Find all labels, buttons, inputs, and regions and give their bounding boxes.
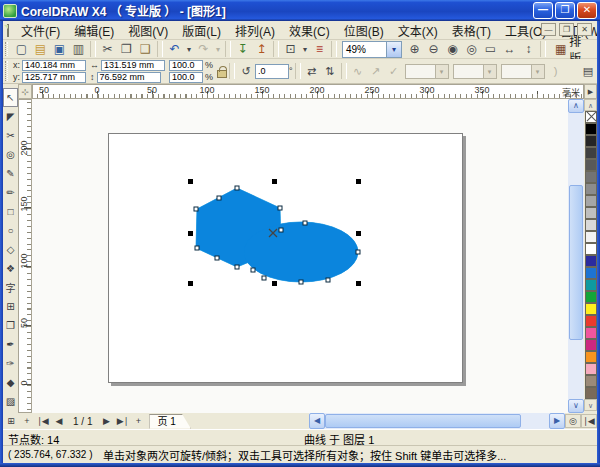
80-black[interactable] bbox=[585, 147, 597, 159]
bright-blue[interactable] bbox=[585, 267, 597, 279]
green[interactable] bbox=[585, 291, 597, 303]
scale-y-field[interactable]: 100.0 bbox=[169, 72, 203, 83]
horizontal-scrollbar-thumb[interactable] bbox=[325, 414, 521, 428]
curve-paren-icon[interactable]: ) bbox=[547, 62, 565, 80]
add-page-button-2[interactable]: + bbox=[130, 414, 146, 428]
palette-scroll-down-icon[interactable]: ∨ bbox=[584, 399, 597, 411]
menu-item[interactable]: 表格(T) bbox=[445, 20, 498, 41]
red[interactable] bbox=[585, 315, 597, 327]
navigator-icon[interactable]: ◎ bbox=[565, 414, 581, 428]
interactive-fill-tool-icon[interactable]: ▨ bbox=[3, 392, 18, 411]
scroll-left-arrow[interactable]: ◀ bbox=[309, 413, 325, 429]
maximize-button[interactable]: ❐ bbox=[555, 2, 575, 19]
60-black[interactable] bbox=[585, 171, 597, 183]
orange[interactable] bbox=[585, 351, 597, 363]
menu-item[interactable]: 视图(V) bbox=[121, 20, 175, 41]
paste-icon[interactable]: ❑ bbox=[136, 41, 155, 58]
zoom-tool-icon[interactable]: ◎ bbox=[3, 145, 18, 164]
eyedropper-tool-icon[interactable]: ✒ bbox=[3, 335, 18, 354]
pick-tool-icon[interactable]: ↖ bbox=[3, 88, 18, 107]
save-icon[interactable]: ▣ bbox=[50, 41, 69, 58]
zoom-to-selection-icon[interactable]: ◉ bbox=[443, 41, 462, 58]
page-tab[interactable]: 页 1 bbox=[149, 414, 190, 429]
toolbar-separator[interactable] bbox=[225, 41, 231, 57]
convert-to-curves-icon[interactable]: ↗ bbox=[367, 62, 385, 80]
mirror-vertical-button[interactable]: ⇅ bbox=[321, 62, 339, 80]
y-position-field[interactable]: 125.717 mm bbox=[22, 72, 86, 83]
horizontal-ruler[interactable]: 毫米 50050100150200250300350 bbox=[32, 84, 584, 99]
blend-tool-icon[interactable]: ❐ bbox=[3, 316, 18, 335]
outline-tool-icon[interactable]: ✑ bbox=[3, 354, 18, 373]
x-position-field[interactable]: 140.184 mm bbox=[22, 60, 86, 71]
zoom-in-icon[interactable]: ⊕ bbox=[405, 41, 424, 58]
ruler-scroll-button[interactable]: ▶ bbox=[584, 84, 597, 99]
export-icon[interactable]: ↥ bbox=[252, 41, 271, 58]
menu-item[interactable]: 编辑(E) bbox=[67, 20, 121, 41]
toolbar-separator[interactable] bbox=[331, 41, 337, 57]
import-icon[interactable]: ↧ bbox=[233, 41, 252, 58]
outline-style-combo[interactable]: ▾ bbox=[405, 64, 449, 79]
object-width-field[interactable]: 131.519 mm bbox=[101, 60, 165, 71]
vertical-ruler[interactable]: 200150100500 bbox=[18, 99, 32, 413]
40-black[interactable] bbox=[585, 195, 597, 207]
application-launcher-icon[interactable]: ⊡ bbox=[281, 41, 300, 58]
doc-restore-button[interactable]: ❐ bbox=[559, 23, 574, 36]
zoom-out-icon[interactable]: ⊖ bbox=[424, 41, 443, 58]
doc-close-button[interactable]: ✕ bbox=[577, 23, 592, 36]
rotation-angle-field[interactable]: .0 bbox=[255, 64, 289, 79]
toolbar-separator[interactable] bbox=[273, 41, 279, 57]
menu-item[interactable]: 版面(L) bbox=[175, 20, 228, 41]
toolbar-grip[interactable] bbox=[5, 42, 8, 56]
fill-tool-icon[interactable]: ◆ bbox=[3, 373, 18, 392]
combo-dropdown-arrow[interactable]: ▾ bbox=[386, 42, 401, 57]
blue[interactable] bbox=[585, 255, 597, 267]
zoom-level-combo[interactable]: 49% ▾ bbox=[342, 41, 402, 58]
welcome-screen-icon[interactable]: ≡ bbox=[310, 41, 329, 58]
magenta[interactable] bbox=[585, 339, 597, 351]
welded-shape[interactable] bbox=[196, 188, 358, 282]
navigator-grid-icon[interactable]: ⊞ bbox=[3, 414, 19, 428]
yellow[interactable] bbox=[585, 303, 597, 315]
page-sorter-icon[interactable]: ∣◀ bbox=[581, 414, 597, 428]
zoom-to-width-icon[interactable]: ↔ bbox=[500, 41, 519, 58]
menu-item[interactable]: 文本(X) bbox=[391, 20, 445, 41]
redo-icon[interactable]: ↷ bbox=[194, 41, 213, 58]
basic-shapes-tool-icon[interactable]: ❖ bbox=[3, 259, 18, 278]
next-page-button[interactable]: ▶ bbox=[98, 414, 114, 428]
copy-icon[interactable]: ❐ bbox=[117, 41, 136, 58]
new-document-icon[interactable]: ▢ bbox=[12, 41, 31, 58]
scroll-down-arrow[interactable]: ∨ bbox=[568, 399, 584, 413]
white[interactable] bbox=[585, 243, 597, 255]
doc-minimize-button[interactable]: — bbox=[541, 23, 556, 36]
light-pink[interactable] bbox=[585, 363, 597, 375]
end-arrowhead-combo[interactable]: ▾ bbox=[501, 64, 545, 79]
scroll-right-arrow[interactable]: ▶ bbox=[549, 413, 565, 429]
horizontal-scrollbar[interactable]: ◀ ▶ bbox=[309, 413, 565, 429]
drawing-canvas[interactable] bbox=[32, 99, 568, 413]
mirror-horizontal-button[interactable]: ⇄ bbox=[303, 62, 321, 80]
add-page-button[interactable]: + bbox=[19, 414, 35, 428]
zoom-to-height-icon[interactable]: ↕ bbox=[519, 41, 538, 58]
no-color-swatch[interactable] bbox=[585, 111, 597, 123]
first-page-button[interactable]: ∣◀ bbox=[35, 414, 51, 428]
menu-item[interactable]: 位图(B) bbox=[337, 20, 391, 41]
ellipse-tool-icon[interactable]: ○ bbox=[3, 221, 18, 240]
freehand-tool-icon[interactable]: ✎ bbox=[3, 164, 18, 183]
90-black[interactable] bbox=[585, 135, 597, 147]
last-page-button[interactable]: ▶∣ bbox=[114, 414, 130, 428]
undo-icon[interactable]: ↶ bbox=[165, 41, 184, 58]
brown[interactable] bbox=[585, 387, 597, 399]
ruler-origin-icon[interactable]: ⊹ bbox=[18, 84, 32, 99]
70-black[interactable] bbox=[585, 159, 597, 171]
object-height-field[interactable]: 76.592 mm bbox=[97, 72, 161, 83]
crop-tool-icon[interactable]: ✂ bbox=[3, 126, 18, 145]
vertical-scrollbar-thumb[interactable] bbox=[569, 185, 583, 340]
propbar-options-icon[interactable]: ▤ bbox=[579, 62, 597, 80]
toolbar-separator[interactable] bbox=[90, 41, 96, 57]
pink[interactable] bbox=[585, 327, 597, 339]
rectangle-tool-icon[interactable]: □ bbox=[3, 202, 18, 221]
toolbar-separator[interactable] bbox=[157, 41, 163, 57]
start-arrowhead-combo[interactable]: ▾ bbox=[453, 64, 497, 79]
text-tool-icon[interactable]: 字 bbox=[3, 278, 18, 297]
smart-drawing-tool-icon[interactable]: ✏ bbox=[3, 183, 18, 202]
